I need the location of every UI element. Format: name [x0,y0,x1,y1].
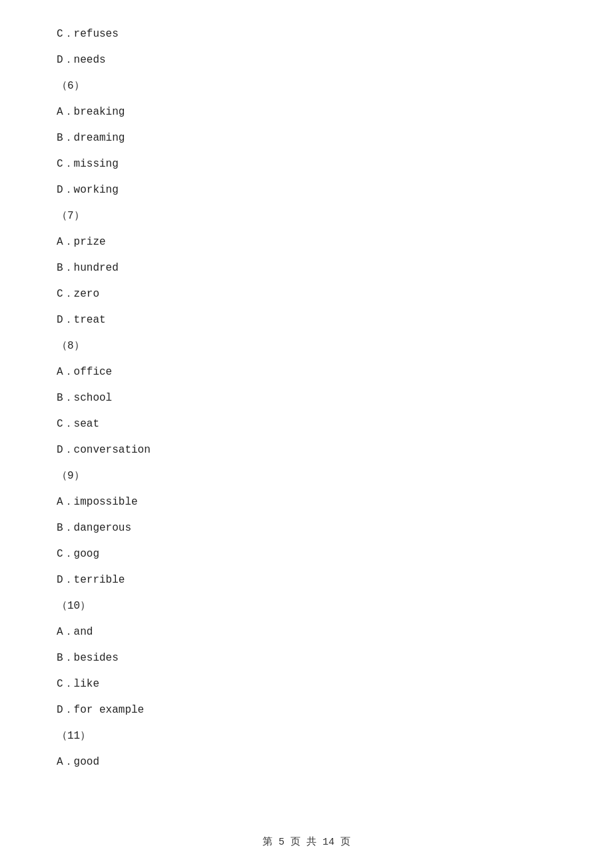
question-9: （9） A．impossible B．dangerous C．goog D．te… [57,469,556,587]
q10-option-b: B．besides [57,651,556,665]
q9-label: （9） [57,469,556,483]
q7-option-c: C．zero [57,287,556,301]
q10-option-a: A．and [57,625,556,639]
q6-option-c: C．missing [57,157,556,171]
q10-option-c: C．like [57,677,556,691]
q7-option-b: B．hundred [57,261,556,275]
q11-option-a: A．good [57,755,556,769]
page-number: 第 5 页 共 14 页 [263,837,350,848]
q6-option-a: A．breaking [57,105,556,119]
option-d-needs: D．needs [57,53,556,67]
q10-option-d: D．for example [57,703,556,717]
q6-label: （6） [57,79,556,93]
q6-option-b: B．dreaming [57,131,556,145]
q8-option-d: D．conversation [57,443,556,457]
q8-option-c: C．seat [57,417,556,431]
q9-option-d: D．terrible [57,573,556,587]
question-8: （8） A．office B．school C．seat D．conversat… [57,339,556,457]
option-c-refuses: C．refuses [57,27,556,41]
q7-option-a: A．prize [57,235,556,249]
question-11: （11） A．good [57,729,556,769]
question-7: （7） A．prize B．hundred C．zero D．treat [57,209,556,327]
main-content: C．refuses D．needs （6） A．breaking B．dream… [0,0,613,821]
q8-option-b: B．school [57,391,556,405]
question-10: （10） A．and B．besides C．like D．for exampl… [57,599,556,717]
q9-option-b: B．dangerous [57,521,556,535]
page-footer: 第 5 页 共 14 页 [0,835,613,848]
continuation-options: C．refuses D．needs [57,27,556,67]
q8-option-a: A．office [57,365,556,379]
q9-option-a: A．impossible [57,495,556,509]
q8-label: （8） [57,339,556,353]
q11-label: （11） [57,729,556,743]
q7-label: （7） [57,209,556,223]
question-6: （6） A．breaking B．dreaming C．missing D．wo… [57,79,556,197]
q10-label: （10） [57,599,556,613]
q7-option-d: D．treat [57,313,556,327]
q9-option-c: C．goog [57,547,556,561]
q6-option-d: D．working [57,183,556,197]
